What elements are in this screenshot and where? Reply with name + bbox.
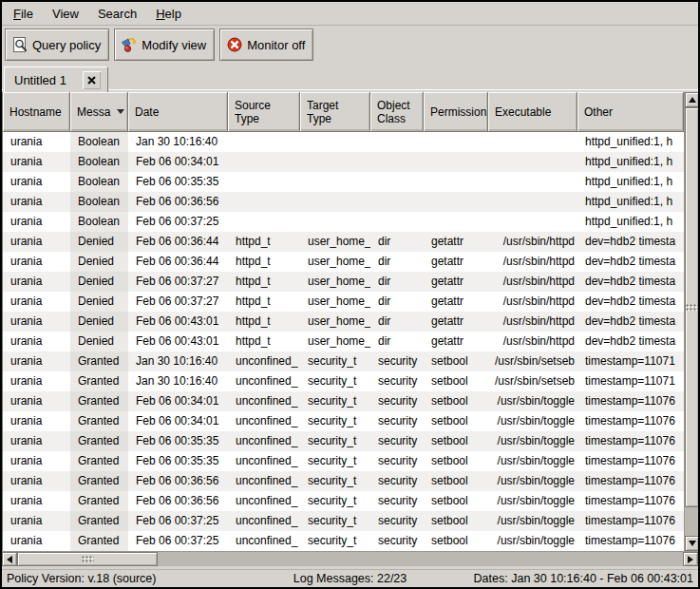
table-row[interactable]: uraniaBooleanFeb 06 00:34:01httpd_unifie…: [3, 152, 684, 172]
scroll-down-button[interactable]: [685, 536, 699, 551]
tab-close-button[interactable]: [83, 71, 101, 89]
table-row[interactable]: uraniaDeniedFeb 06 00:36:44httpd_tuser_h…: [3, 232, 684, 252]
cell-source-type: httpd_t: [228, 252, 300, 272]
cell-executable: /usr/sbin/toggle: [488, 451, 577, 471]
cell-other: timestamp=11071: [577, 371, 684, 391]
horizontal-scrollbar[interactable]: [2, 551, 698, 566]
cell-messa: Boolean: [70, 192, 128, 212]
monitor-off-icon: [226, 36, 243, 53]
table-row[interactable]: uraniaDeniedFeb 06 00:36:44httpd_tuser_h…: [3, 252, 684, 272]
toolbar-button-label: Monitor off: [247, 38, 305, 52]
cell-object-class: security: [370, 471, 424, 491]
horizontal-scrollbar-thumb[interactable]: [17, 552, 158, 566]
cell-source-type: [228, 132, 300, 152]
modify-view-button[interactable]: Modify view: [114, 28, 215, 61]
table-row[interactable]: uraniaGrantedFeb 06 00:36:56unconfined_s…: [3, 491, 684, 511]
arrow-right-icon: [688, 556, 693, 563]
vertical-scrollbar-track[interactable]: [685, 107, 699, 536]
cell-object-class: dir: [370, 252, 424, 272]
cell-messa: Granted: [70, 431, 128, 451]
table-row[interactable]: uraniaGrantedFeb 06 00:36:56unconfined_s…: [3, 471, 684, 491]
column-header-label: Date: [135, 105, 159, 119]
cell-executable: [488, 192, 577, 212]
table-row[interactable]: uraniaDeniedFeb 06 00:43:01httpd_tuser_h…: [3, 332, 684, 352]
tab-bar: Untitled 1: [2, 64, 698, 92]
cell-executable: [488, 212, 577, 232]
arrow-up-icon: [689, 97, 696, 103]
scroll-up-button[interactable]: [685, 92, 699, 107]
scroll-right-button[interactable]: [683, 552, 698, 566]
cell-permission: setbool: [424, 352, 488, 371]
menubar-item-help[interactable]: Help: [146, 4, 191, 24]
vertical-scrollbar[interactable]: [684, 92, 699, 551]
cell-date: Feb 06 00:35:35: [128, 451, 228, 471]
vertical-scrollbar-thumb[interactable]: [685, 107, 699, 507]
column-header-permission[interactable]: Permission: [424, 92, 488, 132]
cell-target-type: user_home_: [300, 312, 370, 332]
cell-target-type: user_home_: [300, 272, 370, 292]
cell-object-class: security: [370, 411, 424, 431]
column-header-date[interactable]: Date: [128, 92, 228, 132]
column-header-target-type[interactable]: Target Type: [300, 92, 370, 132]
column-header-source-type[interactable]: Source Type: [228, 92, 300, 132]
table-row[interactable]: uraniaDeniedFeb 06 00:43:01httpd_tuser_h…: [3, 312, 684, 332]
cell-executable: [488, 172, 577, 192]
table-row[interactable]: uraniaGrantedFeb 06 00:37:25unconfined_s…: [3, 531, 684, 551]
cell-hostname: urania: [3, 292, 70, 312]
monitor-off-button[interactable]: Monitor off: [219, 28, 313, 61]
table-header: HostnameMessaDateSource TypeTarget TypeO…: [3, 92, 684, 132]
scroll-left-button[interactable]: [2, 552, 17, 566]
cell-executable: /usr/sbin/httpd: [488, 272, 577, 292]
cell-hostname: urania: [3, 411, 70, 431]
cell-messa: Granted: [70, 411, 128, 431]
column-header-object-class[interactable]: Object Class: [370, 92, 424, 132]
cell-messa: Denied: [70, 252, 128, 272]
column-header-label: Other: [584, 105, 613, 119]
cell-source-type: httpd_t: [228, 232, 300, 252]
table-row[interactable]: uraniaGrantedFeb 06 00:34:01unconfined_s…: [3, 411, 684, 431]
cell-permission: setbool: [424, 531, 488, 551]
toolbar: Query policyModify viewMonitor off: [2, 26, 698, 64]
table-row[interactable]: uraniaGrantedJan 30 10:16:40unconfined_s…: [3, 352, 684, 371]
menubar-item-view[interactable]: View: [43, 4, 88, 24]
cell-permission: [424, 172, 488, 192]
tab-label: Untitled 1: [14, 73, 66, 87]
cell-hostname: urania: [3, 391, 70, 411]
column-header-hostname[interactable]: Hostname: [3, 92, 70, 132]
table-row[interactable]: uraniaGrantedFeb 06 00:35:35unconfined_s…: [3, 451, 684, 471]
query-policy-button[interactable]: Query policy: [5, 28, 109, 61]
column-header-other[interactable]: Other: [577, 92, 684, 132]
table-row[interactable]: uraniaBooleanFeb 06 00:36:56httpd_unifie…: [3, 192, 684, 212]
cell-date: Feb 06 00:43:01: [128, 332, 228, 352]
table-row[interactable]: uraniaBooleanFeb 06 00:35:35httpd_unifie…: [3, 172, 684, 192]
table-row[interactable]: uraniaBooleanFeb 06 00:37:25httpd_unifie…: [3, 212, 684, 232]
table-row[interactable]: uraniaGrantedFeb 06 00:35:35unconfined_s…: [3, 431, 684, 451]
column-header-messa[interactable]: Messa: [70, 92, 128, 132]
cell-target-type: security_t: [300, 511, 370, 531]
table-row[interactable]: uraniaBooleanJan 30 10:16:40httpd_unifie…: [3, 132, 684, 152]
horizontal-scrollbar-track[interactable]: [17, 552, 683, 566]
table-row[interactable]: uraniaGrantedJan 30 10:16:40unconfined_s…: [3, 371, 684, 391]
menubar-item-file[interactable]: File: [4, 4, 43, 24]
table-row[interactable]: uraniaDeniedFeb 06 00:37:27httpd_tuser_h…: [3, 272, 684, 292]
cell-hostname: urania: [3, 312, 70, 332]
cell-date: Jan 30 10:16:40: [128, 132, 228, 152]
toolbar-button-label: Query policy: [32, 38, 101, 52]
column-header-label: Object Class: [377, 99, 410, 125]
cell-source-type: unconfined_: [228, 431, 300, 451]
table-row[interactable]: uraniaGrantedFeb 06 00:34:01unconfined_s…: [3, 391, 684, 411]
tab-untitled-1[interactable]: Untitled 1: [4, 66, 108, 92]
menubar-item-search[interactable]: Search: [88, 4, 146, 24]
table-row[interactable]: uraniaGrantedFeb 06 00:37:25unconfined_s…: [3, 511, 684, 531]
dates-status: Dates: Jan 30 10:16:40 - Feb 06 00:43:01: [407, 572, 693, 585]
cell-source-type: unconfined_: [228, 451, 300, 471]
cell-executable: /usr/sbin/toggle: [488, 491, 577, 511]
cell-permission: setbool: [424, 371, 488, 391]
column-header-label: Target Type: [307, 99, 338, 125]
cell-target-type: [300, 172, 370, 192]
cell-permission: setbool: [424, 511, 488, 531]
column-header-executable[interactable]: Executable: [488, 92, 577, 132]
cell-target-type: [300, 152, 370, 172]
cell-date: Feb 06 00:36:44: [128, 252, 228, 272]
table-row[interactable]: uraniaDeniedFeb 06 00:37:27httpd_tuser_h…: [3, 292, 684, 312]
